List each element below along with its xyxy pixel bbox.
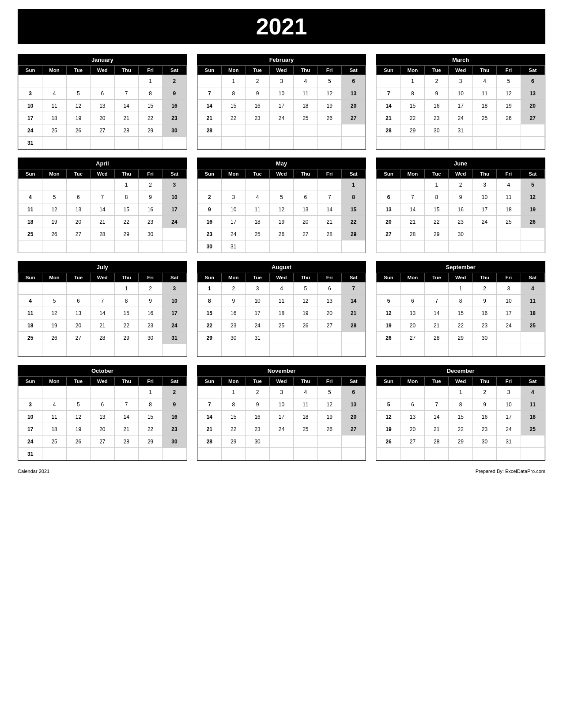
day-cell: 15 xyxy=(222,100,246,112)
month-title: April xyxy=(18,158,187,169)
day-cell xyxy=(269,124,293,137)
day-cell: 24 xyxy=(162,319,186,332)
day-cell: 25 xyxy=(294,423,317,435)
day-cell xyxy=(91,386,114,398)
day-cell: 15 xyxy=(401,100,424,112)
week-row xyxy=(19,344,187,356)
day-cell xyxy=(401,448,424,460)
month-title: October xyxy=(18,365,187,376)
day-cell: 30 xyxy=(425,124,449,137)
day-cell: 16 xyxy=(197,216,221,228)
day-cell: 14 xyxy=(401,203,424,216)
week-row: 11121314151617 xyxy=(19,307,187,319)
day-cell: 15 xyxy=(449,307,472,319)
day-cell xyxy=(449,448,472,460)
day-header-sun: Sun xyxy=(19,273,42,282)
day-cell: 24 xyxy=(269,112,293,124)
day-cell: 24 xyxy=(19,435,42,448)
day-cell: 20 xyxy=(341,411,365,423)
day-cell xyxy=(425,344,449,356)
day-cell: 18 xyxy=(521,411,544,423)
day-cell xyxy=(66,344,90,356)
day-cell: 7 xyxy=(401,191,424,203)
day-cell xyxy=(294,435,317,448)
day-cell xyxy=(377,344,401,356)
day-header-thu: Thu xyxy=(294,66,317,75)
day-cell xyxy=(377,448,401,460)
day-header-sun: Sun xyxy=(197,273,221,282)
day-cell: 9 xyxy=(162,87,186,100)
day-cell xyxy=(341,448,365,460)
day-cell: 10 xyxy=(449,87,472,100)
week-row: 13141516171819 xyxy=(377,203,545,216)
day-cell: 2 xyxy=(472,282,496,295)
week-row: 25262728293031 xyxy=(19,332,187,344)
day-cell: 2 xyxy=(138,282,162,295)
day-header-wed: Wed xyxy=(449,273,472,282)
day-cell: 2 xyxy=(222,282,246,295)
day-cell: 2 xyxy=(162,75,186,87)
day-cell: 10 xyxy=(269,87,293,100)
day-cell: 4 xyxy=(42,87,66,100)
day-cell: 13 xyxy=(377,203,401,216)
day-cell: 17 xyxy=(162,307,186,319)
day-cell: 3 xyxy=(162,179,186,191)
day-cell xyxy=(401,386,424,398)
day-cell: 7 xyxy=(317,191,341,203)
day-cell: 20 xyxy=(521,100,544,112)
day-cell xyxy=(425,240,449,253)
day-cell xyxy=(42,386,66,398)
day-cell: 29 xyxy=(341,228,365,240)
day-cell: 31 xyxy=(19,137,42,149)
day-cell: 30 xyxy=(138,332,162,344)
day-cell xyxy=(197,75,221,87)
day-cell: 19 xyxy=(66,423,90,435)
day-header-wed: Wed xyxy=(269,377,293,386)
month-table: SunMonTueWedThuFriSat1234567891011121314… xyxy=(18,169,187,253)
day-cell: 6 xyxy=(294,191,317,203)
day-cell: 19 xyxy=(66,112,90,124)
footer: Calendar 2021 Prepared By: ExcelDataPro.… xyxy=(18,469,545,474)
day-cell: 15 xyxy=(114,203,138,216)
week-row: 1234567 xyxy=(197,282,366,295)
day-cell: 20 xyxy=(91,423,114,435)
day-cell: 6 xyxy=(521,75,544,87)
day-cell: 26 xyxy=(42,228,66,240)
day-cell xyxy=(91,448,114,460)
month-table: SunMonTueWedThuFriSat1234567891011121314… xyxy=(376,169,545,253)
day-cell: 29 xyxy=(425,228,449,240)
week-row: 31 xyxy=(19,137,187,149)
week-row: 12131415161718 xyxy=(377,307,545,319)
day-cell xyxy=(401,240,424,253)
day-cell: 23 xyxy=(162,423,186,435)
week-row: 11121314151617 xyxy=(19,203,187,216)
day-cell: 5 xyxy=(317,75,341,87)
day-cell: 13 xyxy=(401,307,424,319)
day-cell xyxy=(449,344,472,356)
calendar-grid: JanuarySunMonTueWedThuFriSat123456789101… xyxy=(18,54,545,461)
week-row: 23242526272829 xyxy=(197,228,366,240)
day-cell: 27 xyxy=(401,332,424,344)
day-cell: 31 xyxy=(222,240,246,253)
day-cell: 10 xyxy=(269,398,293,411)
week-row: 15161718192021 xyxy=(197,307,366,319)
day-cell xyxy=(19,386,42,398)
day-cell: 21 xyxy=(377,112,401,124)
week-row: 9101112131415 xyxy=(197,203,366,216)
day-cell: 25 xyxy=(294,112,317,124)
day-cell: 14 xyxy=(425,307,449,319)
day-cell: 26 xyxy=(377,332,401,344)
day-cell: 28 xyxy=(341,319,365,332)
day-cell xyxy=(425,282,449,295)
week-row: 10111213141516 xyxy=(19,411,187,423)
day-cell xyxy=(521,344,544,356)
day-cell: 2 xyxy=(162,386,186,398)
week-row: 123 xyxy=(19,179,187,191)
day-cell xyxy=(19,344,42,356)
day-header-mon: Mon xyxy=(401,377,424,386)
day-cell xyxy=(162,344,186,356)
day-header-wed: Wed xyxy=(91,66,114,75)
day-cell: 22 xyxy=(401,112,424,124)
day-cell: 27 xyxy=(377,228,401,240)
day-cell xyxy=(269,332,293,344)
